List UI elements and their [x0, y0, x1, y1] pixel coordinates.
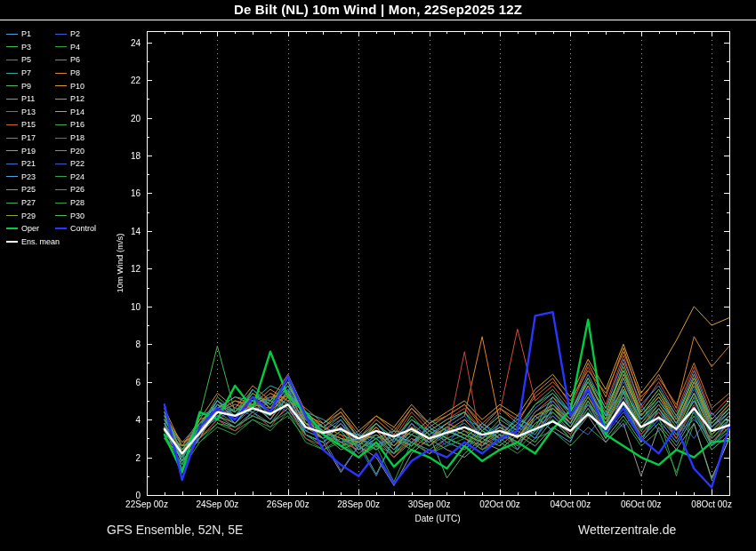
- legend-item-p19: P19: [6, 144, 55, 157]
- x-tick-label: 06Oct 00z: [621, 499, 662, 509]
- legend-item-p27: P27: [6, 196, 55, 210]
- legend-swatch: [55, 85, 67, 86]
- legend-item-p5: P5: [6, 53, 55, 67]
- legend-swatch: [6, 203, 18, 204]
- legend-label: P17: [21, 133, 36, 142]
- legend-item-oper: Oper: [6, 222, 55, 236]
- y-tick-label: 4: [117, 415, 141, 425]
- x-tick-label: 24Sep 00z: [196, 499, 238, 509]
- legend-item-p10: P10: [55, 79, 125, 92]
- legend-swatch: [6, 99, 18, 100]
- legend-swatch: [55, 215, 67, 216]
- y-tick-label: 6: [117, 377, 141, 387]
- legend-item-p29: P29: [6, 209, 55, 222]
- x-tick-label: 08Oct 00z: [691, 499, 732, 509]
- legend-label: P11: [21, 94, 35, 103]
- legend-swatch: [55, 34, 67, 35]
- x-tick-label: 04Oct 00z: [551, 499, 591, 509]
- legend-item-p17: P17: [6, 132, 55, 145]
- legend-label: P15: [21, 120, 36, 129]
- legend-label: P30: [70, 212, 84, 220]
- legend-item-p9: P9: [6, 79, 55, 92]
- legend-label: P29: [21, 212, 36, 220]
- legend-item-p30: P30: [55, 209, 125, 222]
- legend-item-p2: P2: [55, 28, 125, 41]
- legend-item-ens-mean: Ens. mean: [6, 236, 55, 249]
- x-axis-label: Date (UTC): [414, 514, 460, 523]
- legend-label: P25: [21, 185, 36, 194]
- x-tick-label: 02Oct 00z: [479, 499, 520, 509]
- legend-item-p11: P11: [6, 92, 55, 106]
- legend-label: P13: [21, 108, 36, 116]
- legend-item-p14: P14: [55, 106, 125, 119]
- legend-swatch: [6, 189, 18, 190]
- legend-swatch: [6, 215, 18, 216]
- legend-swatch: [55, 203, 67, 204]
- legend-swatch: [6, 228, 18, 229]
- legend-swatch: [6, 241, 18, 243]
- legend-swatch: [55, 189, 67, 190]
- legend-item-p20: P20: [55, 144, 125, 157]
- y-tick-label: 18: [117, 151, 141, 161]
- legend-item-p3: P3: [6, 41, 55, 54]
- chart-title: De Bilt (NL) 10m Wind | Mon, 22Sep2025 1…: [234, 2, 522, 17]
- legend-item-p12: P12: [55, 92, 125, 106]
- legend-label: P26: [70, 185, 84, 194]
- legend-swatch: [6, 73, 18, 74]
- legend: P1P2P3P4P5P6P7P8P9P10P11P12P13P14P15P16P…: [6, 28, 125, 248]
- legend-swatch: [55, 99, 67, 100]
- legend-label: P6: [70, 55, 80, 64]
- legend-item-p13: P13: [6, 106, 55, 119]
- y-tick-label: 16: [117, 188, 141, 198]
- legend-label: P3: [21, 43, 31, 52]
- legend-swatch: [55, 73, 67, 74]
- legend-swatch: [55, 138, 67, 139]
- legend-label: Ens. mean: [21, 237, 60, 246]
- legend-label: P27: [21, 198, 36, 207]
- legend-label: P18: [70, 133, 84, 142]
- legend-item-p16: P16: [55, 118, 125, 132]
- legend-item-p22: P22: [55, 157, 125, 171]
- legend-label: P9: [21, 82, 31, 91]
- legend-item-p24: P24: [55, 171, 125, 184]
- legend-item-p28: P28: [55, 196, 125, 210]
- legend-swatch: [6, 34, 18, 35]
- legend-swatch: [55, 124, 67, 125]
- legend-label: P22: [70, 159, 84, 168]
- legend-swatch: [6, 124, 18, 125]
- legend-item-p8: P8: [55, 67, 125, 80]
- legend-item-p21: P21: [6, 157, 55, 171]
- x-tick-label: 30Sep 00z: [408, 499, 451, 509]
- legend-label: P1: [21, 29, 31, 38]
- y-tick-label: 24: [117, 37, 141, 47]
- legend-swatch: [6, 176, 18, 177]
- legend-label: P12: [70, 94, 84, 103]
- chart-page: De Bilt (NL) 10m Wind | Mon, 22Sep2025 1…: [0, 0, 756, 551]
- legend-item-p15: P15: [6, 118, 55, 132]
- y-tick-label: 20: [117, 113, 141, 123]
- y-tick-label: 10: [117, 301, 141, 311]
- legend-item-p1: P1: [6, 28, 55, 41]
- legend-item-p4: P4: [55, 41, 125, 54]
- legend-label: Oper: [21, 224, 39, 233]
- legend-label: P19: [21, 147, 36, 156]
- y-tick-label: 8: [117, 339, 141, 349]
- legend-item-p26: P26: [55, 183, 125, 196]
- legend-label: P23: [21, 172, 36, 181]
- legend-swatch: [6, 164, 18, 164]
- y-tick-label: 0: [117, 491, 141, 500]
- legend-label: P16: [70, 120, 84, 129]
- legend-label: P20: [70, 147, 84, 156]
- legend-label: P2: [70, 29, 80, 38]
- legend-label: P5: [21, 55, 31, 64]
- legend-item-p18: P18: [55, 132, 125, 145]
- x-tick-label: 22Sep 00z: [125, 499, 168, 509]
- legend-swatch: [6, 60, 18, 60]
- legend-label: P14: [70, 108, 84, 116]
- legend-swatch: [55, 111, 67, 112]
- legend-item-p6: P6: [55, 53, 125, 67]
- legend-item-p25: P25: [6, 183, 55, 196]
- x-tick-label: 26Sep 00z: [267, 499, 310, 509]
- legend-label: P28: [70, 198, 84, 207]
- legend-label: Control: [70, 224, 96, 233]
